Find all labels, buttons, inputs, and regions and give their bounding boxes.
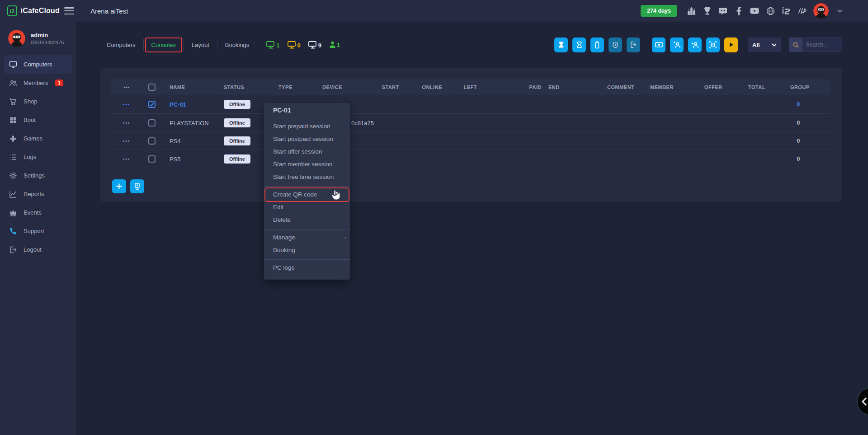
menu-item-edit[interactable]: Edit (264, 201, 350, 214)
row-name[interactable]: PS5 (170, 155, 181, 162)
phone-icon (9, 227, 17, 235)
sidebar-item-settings[interactable]: Settings (4, 166, 72, 185)
row-actions-icon[interactable]: ••• (117, 102, 137, 107)
tab-bookings[interactable]: Bookings (219, 37, 255, 52)
row-name[interactable]: PS4 (170, 137, 181, 144)
sidebar-item-reports[interactable]: Reports (4, 185, 72, 203)
members-count-badge: 1 (55, 80, 63, 86)
menu-item-start-free-time-session[interactable]: Start free time session (264, 171, 350, 183)
sidebar-user: admin 005193482475 (0, 22, 76, 54)
table-header: ••• NAME STATUS TYPE DEVICE START ONLINE… (111, 79, 831, 95)
col-paid: PAID (514, 84, 542, 90)
add-console-button[interactable] (112, 179, 126, 193)
trophy-icon[interactable] (703, 6, 712, 15)
menu-item-manage[interactable]: Manage› (264, 231, 350, 244)
counter-offline: 9 (308, 41, 321, 49)
chevron-down-icon[interactable] (835, 6, 844, 15)
row-actions-icon[interactable]: ••• (117, 138, 137, 143)
menu-item-delete[interactable]: Delete (264, 214, 350, 226)
status-badge: Offline (224, 136, 250, 145)
tab-divider (217, 39, 217, 51)
row-group[interactable]: 0 (790, 101, 807, 108)
license-days-badge[interactable]: 274 days (641, 5, 677, 17)
tab-consoles[interactable]: Consoles (145, 37, 182, 52)
sidebar-item-label: Computers (24, 61, 52, 68)
col-offer: OFFER (704, 84, 722, 90)
row-actions-icon[interactable]: ••• (117, 120, 137, 125)
add-device-button[interactable] (130, 179, 144, 193)
row-checkbox[interactable] (148, 155, 156, 163)
menu-item-start-prepaid-session[interactable]: Start prepaid session (264, 120, 350, 133)
checkout-button[interactable] (627, 37, 640, 52)
payment-button[interactable] (652, 37, 665, 52)
mobile-session-button[interactable] (590, 37, 604, 52)
monitor-icon (288, 41, 297, 49)
menu-item-start-member-session[interactable]: Start member session (264, 158, 350, 171)
user-plus-icon (691, 41, 699, 48)
icafecloud-icon[interactable] (782, 6, 791, 15)
sidebar-item-members[interactable]: Members 1 (4, 74, 72, 92)
youtube-icon[interactable] (750, 6, 759, 15)
prepaid-session-button[interactable] (554, 37, 568, 52)
col-left: LEFT (450, 84, 477, 90)
col-device: DEVICE (322, 84, 342, 90)
sidebar-item-logs[interactable]: Logs (4, 148, 72, 166)
counter-online: 1 (266, 41, 279, 49)
add-member-button[interactable] (688, 37, 702, 52)
menu-item-start-postpaid-session[interactable]: Start postpaid session (264, 133, 350, 145)
postpaid-session-button[interactable] (572, 37, 586, 52)
view-tabs: Computers Consoles Layout Bookings (100, 37, 259, 52)
sidebar-avatar[interactable] (8, 30, 25, 47)
sidebar-item-computers[interactable]: Computers (4, 55, 72, 74)
sidebar-item-label: Logout (24, 246, 42, 253)
layers-icon[interactable] (797, 6, 807, 15)
ranking-icon[interactable] (687, 6, 696, 15)
row-name[interactable]: PC-01 (170, 101, 186, 108)
row-checkbox[interactable] (148, 137, 156, 145)
counter-value: 1 (337, 42, 340, 48)
add-member-offer-button[interactable] (670, 37, 684, 52)
sidebar-item-logout[interactable]: Logout (4, 240, 72, 259)
qr-code-button[interactable] (706, 37, 720, 52)
list-icon (9, 153, 17, 161)
play-icon (728, 42, 734, 48)
context-menu-title: PC-01 (264, 103, 350, 118)
qr-code-icon (709, 41, 717, 48)
sidebar-item-label: Boot (24, 117, 36, 123)
select-all-checkbox[interactable] (148, 84, 156, 91)
user-icon (329, 41, 336, 48)
filter-select[interactable]: All (748, 37, 781, 52)
monitor-icon (308, 41, 317, 49)
counter-value: 9 (318, 42, 321, 49)
timer-button[interactable] (609, 37, 622, 52)
sidebar-item-games[interactable]: Games (4, 129, 72, 148)
tab-layout[interactable]: Layout (185, 37, 216, 52)
menu-item-pc-logs[interactable]: PC logs (264, 262, 350, 274)
context-menu-group: Start prepaid session Start postpaid ses… (264, 118, 350, 186)
menu-item-start-offer-session[interactable]: Start offer session (264, 145, 350, 158)
status-counters: 1 0 9 1 (266, 41, 340, 49)
discord-icon[interactable] (718, 6, 727, 15)
menu-item-booking[interactable]: Booking (264, 244, 350, 257)
row-group: 0 (790, 156, 807, 162)
sidebar-item-shop[interactable]: Shop (4, 92, 72, 111)
hamburger-menu-icon[interactable] (64, 7, 74, 14)
monitor-icon (266, 41, 275, 49)
tab-computers[interactable]: Computers (100, 37, 142, 52)
row-name[interactable]: PLAYSTATION (170, 119, 209, 126)
search-input[interactable] (802, 37, 842, 52)
row-actions-icon[interactable]: ••• (117, 156, 137, 161)
table-row: ••• PS5 Offline 0 (111, 150, 831, 168)
sidebar-item-boot[interactable]: Boot (4, 111, 72, 129)
brand-logo-icon: i2 (7, 5, 17, 16)
row-checkbox[interactable] (148, 101, 156, 108)
sidebar-item-support[interactable]: Support (4, 222, 72, 240)
globe-icon[interactable] (766, 6, 775, 15)
hourglass-icon (576, 41, 583, 48)
row-checkbox[interactable] (148, 119, 156, 126)
start-session-button[interactable] (724, 37, 738, 52)
sidebar-item-events[interactable]: Events (4, 203, 72, 222)
facebook-icon[interactable] (734, 6, 743, 15)
user-avatar[interactable] (813, 3, 829, 19)
windows-icon (9, 116, 17, 124)
